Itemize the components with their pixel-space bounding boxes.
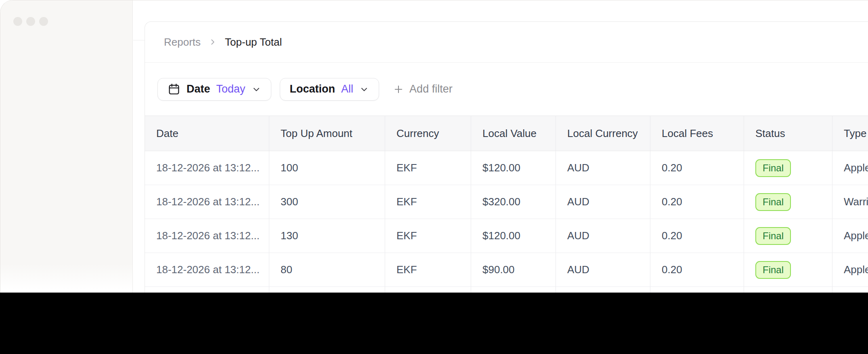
column-header-currency: Currency [385, 116, 471, 151]
chevron-down-icon [359, 84, 369, 94]
cell-status: Final [744, 185, 832, 219]
cell-local-currency: AUD [556, 185, 650, 219]
cell-empty [471, 287, 556, 293]
cell-date: 18-12-2026 at 13:12... [145, 219, 269, 253]
status-badge: Final [755, 159, 791, 177]
cell-local-currency: AUD [556, 219, 650, 253]
cell-type: Warrior [832, 185, 868, 219]
cell-empty [744, 287, 832, 293]
window-control-dot [26, 17, 35, 26]
window-control-dot [39, 17, 48, 26]
cell-type: Apple [832, 219, 868, 253]
filter-bar: Date Today Location All Add filter [145, 63, 868, 116]
cell-date: 18-12-2026 at 13:12... [145, 151, 269, 185]
table-row-partial [145, 287, 868, 293]
table-row[interactable]: 18-12-2026 at 13:12... 130 EKF $120.00 A… [145, 219, 868, 253]
table-row[interactable]: 18-12-2026 at 13:12... 80 EKF $90.00 AUD… [145, 253, 868, 287]
cell-local-currency: AUD [556, 253, 650, 287]
cell-local-fees: 0.20 [650, 185, 744, 219]
cell-status: Final [744, 253, 832, 287]
cell-empty [650, 287, 744, 293]
cell-currency: EKF [385, 151, 471, 185]
window-control-dot [13, 17, 22, 26]
cell-currency: EKF [385, 253, 471, 287]
cell-top-up-amount: 130 [269, 219, 385, 253]
cell-local-value: $120.00 [471, 219, 556, 253]
window-controls [13, 17, 48, 26]
cell-empty [832, 287, 868, 293]
page-title: Top-up Total [225, 36, 282, 48]
column-header-local-value: Local Value [471, 116, 556, 151]
date-filter-label: Date [187, 83, 210, 95]
location-filter-label: Location [290, 83, 335, 95]
breadcrumb: Reports Top-up Total [145, 22, 868, 63]
status-badge: Final [755, 193, 791, 211]
table-header-row: Date Top Up Amount Currency Local Value … [145, 116, 868, 151]
topup-table: Date Top Up Amount Currency Local Value … [145, 116, 868, 293]
app-window: Reports Top-up Total Date Today [0, 0, 868, 293]
cell-empty [385, 287, 471, 293]
cell-date: 18-12-2026 at 13:12... [145, 253, 269, 287]
cell-currency: EKF [385, 185, 471, 219]
chevron-right-icon [208, 38, 217, 46]
column-header-type: Type [832, 116, 868, 151]
table-row[interactable]: 18-12-2026 at 13:12... 300 EKF $320.00 A… [145, 185, 868, 219]
cell-top-up-amount: 80 [269, 253, 385, 287]
report-card: Reports Top-up Total Date Today [145, 21, 868, 293]
cell-empty [269, 287, 385, 293]
cell-local-fees: 0.20 [650, 253, 744, 287]
cell-local-value: $90.00 [471, 253, 556, 287]
breadcrumb-reports-link[interactable]: Reports [164, 36, 201, 48]
status-badge: Final [755, 261, 791, 279]
cell-local-value: $320.00 [471, 185, 556, 219]
cell-top-up-amount: 300 [269, 185, 385, 219]
location-filter-value: All [341, 83, 353, 95]
sidebar [0, 0, 133, 293]
cell-local-value: $120.00 [471, 151, 556, 185]
column-header-status: Status [744, 116, 832, 151]
add-filter-label: Add filter [409, 83, 453, 95]
calendar-icon [168, 83, 180, 96]
cell-empty [556, 287, 650, 293]
chevron-down-icon [252, 84, 261, 94]
date-filter-value: Today [216, 83, 245, 95]
cell-type: Apple [832, 253, 868, 287]
column-header-local-currency: Local Currency [556, 116, 650, 151]
cell-currency: EKF [385, 219, 471, 253]
column-header-date: Date [145, 116, 269, 151]
cell-status: Final [744, 151, 832, 185]
cell-top-up-amount: 100 [269, 151, 385, 185]
cell-status: Final [744, 219, 832, 253]
column-header-local-fees: Local Fees [650, 116, 744, 151]
bottom-letterbox [0, 293, 868, 354]
plus-icon [393, 84, 404, 95]
topbar-divider [133, 40, 145, 40]
date-filter-pill[interactable]: Date Today [157, 78, 271, 101]
cell-empty [145, 287, 269, 293]
add-filter-button[interactable]: Add filter [393, 83, 453, 95]
table-row[interactable]: 18-12-2026 at 13:12... 100 EKF $120.00 A… [145, 151, 868, 185]
column-header-top-up-amount: Top Up Amount [269, 116, 385, 151]
status-badge: Final [755, 227, 791, 245]
location-filter-pill[interactable]: Location All [280, 78, 379, 101]
cell-type: Apple [832, 151, 868, 185]
cell-local-fees: 0.20 [650, 151, 744, 185]
cell-date: 18-12-2026 at 13:12... [145, 185, 269, 219]
cell-local-fees: 0.20 [650, 219, 744, 253]
cell-local-currency: AUD [556, 151, 650, 185]
